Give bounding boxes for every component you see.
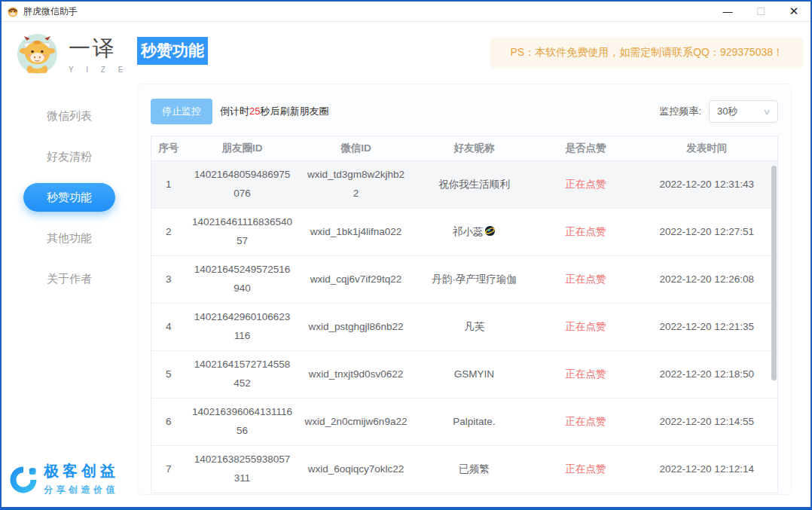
cell-index: 2 bbox=[151, 209, 186, 256]
col-nickname: 好友昵称 bbox=[414, 136, 536, 161]
cell-status: 正在点赞 bbox=[536, 446, 636, 493]
active-pill: 秒赞功能 bbox=[23, 183, 115, 212]
cell-moment-id: 14021646111683654057 bbox=[186, 209, 299, 256]
table-row: 2 14021646111683654057 wxid_1bk1j4lifna0… bbox=[151, 209, 778, 256]
nickname-text: 丹韵·孕产理疗瑜伽 bbox=[432, 273, 517, 285]
close-button[interactable]: ✕ bbox=[777, 2, 810, 21]
cell-wxid: wxid_pstghgjl86nb22 bbox=[299, 304, 414, 351]
sidebar-item-label: 好友清粉 bbox=[47, 150, 92, 164]
sidebar-item-about-author[interactable]: 关于作者 bbox=[2, 258, 137, 299]
table-row: 4 14021642960106623116 wxid_pstghgjl86nb… bbox=[151, 304, 778, 351]
nickname-text: Palpitate. bbox=[453, 416, 495, 427]
cell-moment-id: 14021645249572516940 bbox=[186, 256, 299, 304]
brand-footer: 极客创益 分享创造价值 bbox=[8, 461, 119, 496]
cell-wxid: wxid_cqj6v7if29tq22 bbox=[299, 256, 414, 304]
chevron-down-icon: ∨ bbox=[762, 107, 771, 117]
cell-time: 2022-12-20 12:21:35 bbox=[636, 304, 778, 351]
nickname-text: 祁小蕊 bbox=[453, 226, 484, 237]
window-title: 胖虎微信助手 bbox=[23, 5, 78, 18]
minimize-button[interactable]: — bbox=[711, 2, 744, 21]
app-icon bbox=[7, 5, 19, 17]
cell-status: 正在点赞 bbox=[536, 304, 636, 351]
cell-moment-id: 14021648059486975076 bbox=[186, 161, 299, 209]
app-window: 胖虎微信助手 — ☐ ✕ bbox=[0, 0, 812, 510]
nickname-text: 祝你我生活顺利 bbox=[438, 179, 510, 190]
nickname-text: GSMYIN bbox=[454, 368, 494, 380]
titlebar: 胖虎微信助手 — ☐ ✕ bbox=[2, 2, 810, 22]
cell-nickname: 祝你我生活顺利 bbox=[414, 161, 536, 209]
cell-wxid: wxid_6oqiqcy7oklc22 bbox=[299, 446, 414, 493]
frequency-selected-value: 30秒 bbox=[717, 105, 737, 118]
cell-nickname: Palpitate. bbox=[414, 399, 536, 446]
table-header: 序号 朋友圈ID 微信ID 好友昵称 是否点赞 发表时间 bbox=[151, 136, 778, 161]
controls-row: 停止监控 倒计时25秒后刷新朋友圈 监控频率: 30秒 ∨ bbox=[151, 99, 778, 124]
cell-status: 正在点赞 bbox=[536, 399, 636, 446]
countdown-prefix: 倒计时 bbox=[220, 105, 249, 117]
sidebar-nav: 微信列表 好友清粉 秒赞功能 其他功能 关于作者 bbox=[2, 96, 137, 299]
cell-nickname: 丹韵·孕产理疗瑜伽 bbox=[414, 256, 536, 304]
countdown-suffix: 秒后刷新朋友圈 bbox=[260, 105, 328, 117]
cell-status: 正在点赞 bbox=[536, 161, 636, 209]
cell-wxid: wxid_tnxjt9d0sv0622 bbox=[299, 351, 414, 399]
col-status: 是否点赞 bbox=[536, 136, 636, 161]
sidebar-item-other-features[interactable]: 其他功能 bbox=[2, 218, 137, 258]
sidebar-item-instant-like[interactable]: 秒赞功能 bbox=[2, 177, 137, 218]
window-controls: — ☐ ✕ bbox=[711, 2, 810, 21]
cell-nickname: GSMYIN bbox=[414, 351, 536, 399]
cell-wxid: wxid_1bk1j4lifna022 bbox=[299, 209, 414, 256]
nickname-text: 已频繁 bbox=[459, 463, 490, 475]
sidebar-item-label: 关于作者 bbox=[47, 272, 92, 286]
cell-time: 2022-12-20 12:26:08 bbox=[636, 256, 778, 304]
cell-index: 4 bbox=[151, 304, 186, 351]
cell-index: 6 bbox=[151, 399, 186, 446]
table-scrollbar-thumb[interactable] bbox=[771, 166, 777, 380]
cell-nickname: 祁小蕊 bbox=[414, 209, 536, 256]
brand-slogan: 分享创造价值 bbox=[44, 484, 119, 496]
cell-status: 正在点赞 bbox=[536, 209, 636, 256]
cell-status: 正在点赞 bbox=[536, 256, 636, 304]
table-row: 6 14021639606413111656 wxid_2n0cmijw6n9a… bbox=[151, 399, 778, 446]
like-table: 序号 朋友圈ID 微信ID 好友昵称 是否点赞 发表时间 1 140216480… bbox=[151, 136, 778, 493]
logo-subtitle: Y I Z E bbox=[69, 66, 128, 74]
cell-time: 2022-12-20 12:12:14 bbox=[636, 446, 778, 493]
cell-index: 1 bbox=[151, 161, 186, 209]
page-header: 秒赞功能 PS：本软件免费使用，如需定制请联系QQ：929375038！ bbox=[137, 22, 812, 84]
cell-time: 2022-12-20 12:27:51 bbox=[636, 209, 778, 256]
cell-index: 5 bbox=[151, 351, 186, 399]
nickname-emoji-icon bbox=[484, 225, 496, 237]
table-row: 1 14021648059486975076 wxid_td3gm8w2kjhb… bbox=[151, 161, 778, 209]
stop-monitor-button[interactable]: 停止监控 bbox=[151, 99, 212, 124]
maximize-button[interactable]: ☐ bbox=[744, 2, 777, 21]
cell-time: 2022-12-20 12:31:43 bbox=[636, 161, 778, 209]
cell-nickname: 凡芙 bbox=[414, 304, 536, 351]
nickname-text: 凡芙 bbox=[464, 321, 484, 332]
cell-wxid: wxid_2n0cmijw6n9a22 bbox=[299, 399, 414, 446]
col-moment-id: 朋友圈ID bbox=[186, 136, 299, 161]
sidebar-item-label: 微信列表 bbox=[47, 109, 92, 124]
cell-status: 正在点赞 bbox=[536, 351, 636, 399]
app-logo: 一译 Y I Z E bbox=[2, 22, 137, 75]
cell-index: 3 bbox=[151, 256, 186, 304]
page-title: 秒赞功能 bbox=[137, 37, 208, 65]
sidebar-item-friend-clean[interactable]: 好友清粉 bbox=[2, 136, 137, 177]
cell-moment-id: 14021639606413111656 bbox=[186, 399, 299, 446]
cell-wxid: wxid_td3gm8w2kjhb22 bbox=[299, 161, 414, 209]
cell-moment-id: 14021641572714558452 bbox=[186, 351, 299, 399]
table-row: 5 14021641572714558452 wxid_tnxjt9d0sv06… bbox=[151, 351, 778, 399]
col-time: 发表时间 bbox=[636, 136, 778, 161]
col-wxid: 微信ID bbox=[299, 136, 414, 161]
frequency-label: 监控频率: bbox=[659, 105, 701, 118]
cow-avatar-icon bbox=[17, 33, 58, 75]
monitor-card: 停止监控 倒计时25秒后刷新朋友圈 监控频率: 30秒 ∨ bbox=[137, 84, 792, 495]
notice-banner: PS：本软件免费使用，如需定制请联系QQ：929375038！ bbox=[490, 38, 803, 68]
table-row: 7 14021638255938057311 wxid_6oqiqcy7oklc… bbox=[151, 446, 778, 493]
sidebar: 一译 Y I Z E 微信列表 好友清粉 秒赞功能 其他功能 关于作者 bbox=[2, 22, 137, 507]
logo-name: 一译 bbox=[69, 34, 128, 64]
brand-name: 极客创益 bbox=[44, 461, 119, 481]
frequency-select[interactable]: 30秒 ∨ bbox=[709, 100, 778, 123]
geek-brand-icon bbox=[8, 463, 39, 495]
cell-index: 7 bbox=[151, 446, 186, 493]
sidebar-item-wechat-list[interactable]: 微信列表 bbox=[2, 96, 137, 136]
cell-moment-id: 14021638255938057311 bbox=[186, 446, 299, 493]
col-index: 序号 bbox=[151, 136, 186, 161]
